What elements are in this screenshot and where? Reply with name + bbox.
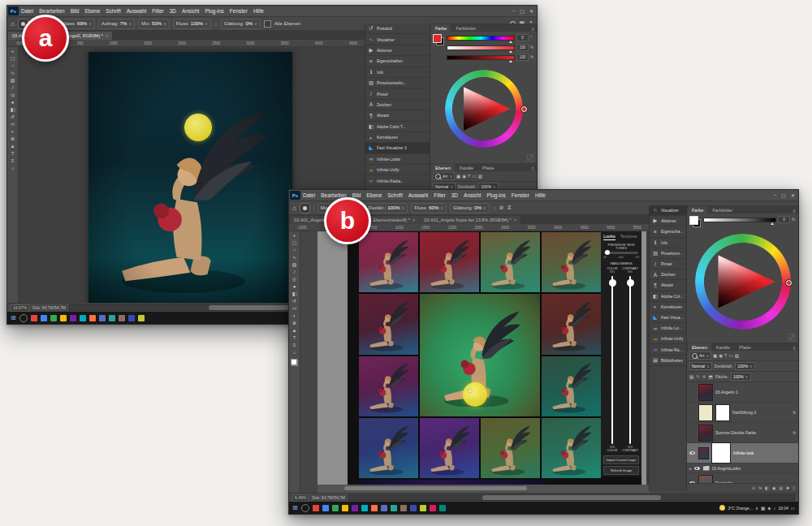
look-variation-tile[interactable]: [481, 418, 540, 478]
fill-field[interactable]: 100% ∨: [731, 373, 750, 381]
shape-tool[interactable]: ≡: [11, 158, 15, 164]
panel-dock-item[interactable]: Protokoll: [365, 24, 430, 34]
angel-photo[interactable]: [89, 52, 292, 303]
taskbar-app-icon[interactable]: [391, 505, 397, 511]
window-control-button[interactable]: –: [512, 8, 515, 14]
layer-footer-icon[interactable]: ⊙: [752, 485, 755, 490]
panel-dock-item[interactable]: Info: [650, 238, 687, 248]
panel-dock-item[interactable]: Adobe Color T...: [650, 291, 687, 302]
color-value-field[interactable]: 100: [516, 44, 529, 51]
panel-dock-item[interactable]: Absatz: [650, 280, 687, 291]
color-value-field[interactable]: 0: [778, 216, 790, 223]
history-brush-tool[interactable]: ↺: [292, 299, 296, 304]
foreground-background-swatches[interactable]: [291, 359, 298, 366]
import-current-layer-button[interactable]: Import Current Layer: [603, 455, 639, 464]
menu-item[interactable]: Datei: [303, 192, 315, 198]
layer-row[interactable]: 03.AngelsLooks fx: [687, 463, 798, 473]
panel-dock-item[interactable]: Visualizer: [365, 34, 430, 45]
taskbar-app-icon[interactable]: [332, 505, 339, 511]
foreground-background-swatches[interactable]: [433, 34, 444, 45]
layer-footer-icon[interactable]: ▤: [779, 485, 783, 490]
taskbar-app-icon[interactable]: [50, 315, 57, 321]
expand-icon[interactable]: ⤢: [527, 154, 533, 162]
window-control-button[interactable]: ▢: [520, 8, 525, 14]
taskbar-app-icon[interactable]: [439, 505, 446, 511]
look-variation-tile[interactable]: [481, 232, 540, 292]
stamp-tool[interactable]: ◧: [11, 107, 15, 113]
panel-dock-item[interactable]: Pinselvorstellu...: [650, 248, 687, 259]
menu-item[interactable]: Schrift: [387, 192, 402, 198]
taskbar-app-icon[interactable]: [109, 315, 115, 321]
move-tool[interactable]: +: [293, 233, 296, 239]
panel-dock-item[interactable]: Fast Visualizer 3: [650, 313, 687, 323]
layer-row[interactable]: Summe Gleiche Farbe fx: [687, 423, 798, 443]
color-slider[interactable]: [447, 45, 515, 50]
menu-item[interactable]: Hilfe: [253, 8, 264, 14]
layer-row[interactable]: Freisteller fx: [687, 473, 798, 483]
menu-item[interactable]: Fenster: [512, 192, 529, 198]
look-variation-tile[interactable]: [359, 356, 418, 416]
healing-tool[interactable]: ◎: [292, 277, 296, 282]
scrollbar-thumb[interactable]: [344, 486, 527, 490]
menu-item[interactable]: Ebene: [366, 192, 382, 198]
scrollbar-thumb[interactable]: [482, 495, 660, 500]
tool-option-field[interactable]: Fluss: 100% ∨: [173, 19, 211, 29]
look-variation-tile[interactable]: [420, 418, 479, 478]
layer-visibility-toggle[interactable]: [689, 481, 696, 483]
expand-icon[interactable]: ⤢: [788, 334, 795, 341]
tab-ebenen[interactable]: Ebenen: [688, 343, 711, 351]
layer-visibility-toggle[interactable]: [689, 430, 696, 435]
foreground-background-swatches[interactable]: [689, 216, 701, 227]
taskbar-app-icon[interactable]: [89, 315, 96, 321]
tab-kanaele[interactable]: Kanäle: [712, 343, 734, 351]
filter-effect-icon[interactable]: ◉: [719, 353, 723, 358]
taskbar-app-icon[interactable]: [70, 315, 76, 321]
clock[interactable]: 19:04: [778, 506, 788, 511]
panel-dock-item[interactable]: Aktionen: [650, 216, 687, 226]
menu-item[interactable]: Auswahl: [408, 192, 429, 198]
zoom-level-field[interactable]: 16,67%: [11, 304, 29, 312]
panel-dock-item[interactable]: Fast Visualizer 3: [365, 143, 430, 153]
hue-selector[interactable]: [521, 106, 527, 112]
taskbar-app-icon[interactable]: [138, 315, 145, 321]
symmetry-icon[interactable]: ⧖: [508, 205, 512, 211]
filter-smart-icon[interactable]: ▨: [735, 353, 739, 358]
tray-volume-icon[interactable]: ◈: [767, 506, 771, 511]
menu-item[interactable]: Bild: [71, 8, 80, 14]
start-button[interactable]: ⊞: [292, 504, 298, 511]
menu-item[interactable]: Datei: [21, 8, 33, 14]
look-variation-tile[interactable]: [359, 418, 418, 478]
menu-item[interactable]: Ebene: [84, 8, 100, 14]
menu-item[interactable]: Schrift: [106, 8, 120, 14]
window-control-button[interactable]: ✕: [529, 8, 533, 14]
opacity-field[interactable]: 100% ∨: [735, 362, 754, 370]
tray-network-icon[interactable]: ▦: [761, 506, 765, 511]
lasso-tool[interactable]: ○: [293, 248, 296, 253]
close-icon[interactable]: ×: [412, 218, 416, 222]
taskbar-app-icon[interactable]: [381, 505, 387, 511]
panel-dock-item[interactable]: Korrekturen: [365, 132, 430, 143]
panel-dock-item[interactable]: Infinite Radia...: [365, 175, 430, 186]
lock-transparent-icon[interactable]: ▨: [689, 374, 693, 379]
filter-kind-icon[interactable]: ▣: [456, 174, 460, 179]
color-slider[interactable]: [447, 36, 515, 41]
taskbar-app-icon[interactable]: [371, 505, 378, 511]
filter-smart-icon[interactable]: ▨: [478, 174, 482, 179]
filter-effect-icon[interactable]: ◉: [462, 174, 466, 179]
look-variation-tile[interactable]: [542, 356, 601, 416]
blend-mode-select[interactable]: Normal ∨: [689, 362, 712, 370]
layer-footer-icon[interactable]: ✚: [786, 485, 789, 490]
filter-kind-icon[interactable]: ▣: [713, 353, 717, 358]
panel-dock-item[interactable]: Infinite Looks: [365, 154, 430, 165]
zoom-level-field[interactable]: 6,49%: [292, 494, 309, 502]
taskbar-app-icon[interactable]: [342, 505, 348, 511]
pen-tool[interactable]: ▲: [11, 144, 15, 149]
color-value-field[interactable]: 100: [516, 54, 529, 61]
look-variation-tile[interactable]: [542, 418, 601, 478]
pen-tool[interactable]: ▲: [292, 328, 297, 334]
menu-item[interactable]: Plug-ins: [486, 192, 505, 198]
look-variation-tile[interactable]: [359, 232, 418, 292]
stamp-tool[interactable]: ◧: [292, 291, 297, 297]
refresh-image-button[interactable]: Refresh Image: [603, 466, 639, 475]
menu-item[interactable]: Plug-ins: [205, 8, 223, 14]
